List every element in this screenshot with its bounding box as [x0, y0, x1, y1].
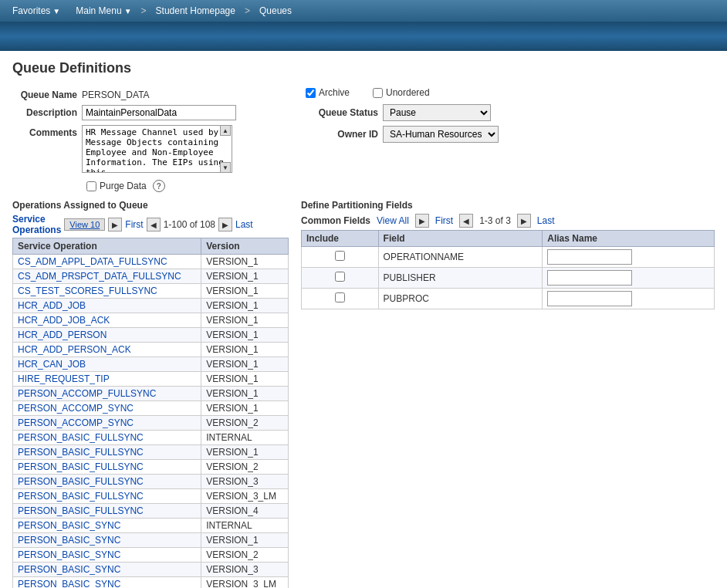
transfer-icon-btn[interactable]: ▶ — [108, 218, 122, 231]
alias-input[interactable] — [547, 291, 632, 306]
next-page-btn[interactable]: ▶ — [218, 218, 232, 231]
comments-textarea[interactable] — [82, 125, 232, 173]
cf-last-link[interactable]: Last — [537, 215, 555, 226]
alias-cell[interactable] — [543, 247, 715, 268]
cf-next-btn[interactable]: ▶ — [517, 214, 531, 228]
table-row: PERSON_ACCOMP_SYNC VERSION_2 — [13, 416, 289, 431]
service-op-cell[interactable]: PERSON_BASIC_SYNC — [13, 519, 201, 533]
cf-prev-btn[interactable]: ◀ — [459, 214, 473, 228]
owner-id-label: Owner ID — [306, 129, 383, 140]
service-op-cell[interactable]: PERSON_BASIC_FULLSYNC — [13, 489, 201, 504]
include-checkbox[interactable] — [335, 251, 345, 261]
cf-first-link[interactable]: First — [435, 215, 453, 226]
field-cell: PUBPROC — [378, 289, 543, 309]
service-op-cell[interactable]: HCR_CAN_JOB — [13, 357, 201, 372]
service-op-cell[interactable]: PERSON_BASIC_FULLSYNC — [13, 431, 201, 445]
description-label: Description — [12, 105, 82, 118]
nav-favorites[interactable]: Favorites ▼ — [6, 2, 66, 19]
prev-page-btn[interactable]: ◀ — [147, 218, 161, 231]
cf-title-row: Common Fields View All ▶ First ◀ 1-3 of … — [301, 214, 715, 228]
service-op-cell[interactable]: HCR_ADD_JOB_ACK — [13, 313, 201, 328]
service-op-cell[interactable]: PERSON_BASIC_SYNC — [13, 563, 201, 577]
version-cell: VERSION_2 — [201, 460, 289, 475]
col-alias: Alias Name — [543, 231, 715, 247]
service-op-cell[interactable]: CS_ADM_APPL_DATA_FULLSYNC — [13, 255, 201, 269]
last-link[interactable]: Last — [235, 219, 253, 230]
table-row: CS_TEST_SCORES_FULLSYNC VERSION_1 — [13, 284, 289, 299]
comments-row: Comments document.querySelector('[data-n… — [12, 125, 290, 175]
common-fields-table: Include Field Alias Name OPERATIONNAME P… — [301, 230, 715, 309]
table-row: PUBPROC — [302, 289, 715, 309]
include-checkbox[interactable] — [335, 272, 345, 282]
service-op-cell[interactable]: PERSON_ACCOMP_FULLSYNC — [13, 387, 201, 401]
version-cell: VERSION_3 — [201, 563, 289, 577]
include-cell[interactable] — [302, 247, 379, 268]
first-link[interactable]: First — [125, 219, 143, 230]
service-op-cell[interactable]: PERSON_BASIC_FULLSYNC — [13, 460, 201, 475]
archive-label[interactable]: Archive — [306, 87, 350, 98]
nav-main-menu[interactable]: Main Menu ▼ — [69, 2, 137, 19]
purge-data-label[interactable]: Purge Data — [86, 181, 147, 191]
service-op-cell[interactable]: HIRE_REQUEST_TIP — [13, 372, 201, 387]
form-left: Queue Name PERSON_DATA Description Comme… — [12, 87, 290, 192]
service-op-cell[interactable]: CS_ADM_PRSPCT_DATA_FULLSYNC — [13, 269, 201, 284]
queue-name-value: PERSON_DATA — [82, 87, 150, 100]
service-op-cell[interactable]: HCR_ADD_PERSON_ACK — [13, 343, 201, 357]
description-input[interactable] — [82, 105, 236, 120]
service-op-cell[interactable]: CS_TEST_SCORES_FULLSYNC — [13, 284, 201, 299]
partitioning-section-title: Define Partitioning Fields — [301, 200, 715, 211]
table-row: HCR_ADD_PERSON VERSION_1 — [13, 328, 289, 343]
service-op-cell[interactable]: PERSON_BASIC_SYNC — [13, 577, 201, 589]
table-row: HCR_ADD_PERSON_ACK VERSION_1 — [13, 343, 289, 357]
include-cell[interactable] — [302, 289, 379, 309]
owner-id-select[interactable]: SA-Human Resources — [383, 126, 499, 143]
scroll-up-btn[interactable]: ▲ — [220, 125, 231, 136]
table-row: PERSON_BASIC_FULLSYNC VERSION_2 — [13, 460, 289, 475]
service-op-cell[interactable]: PERSON_BASIC_FULLSYNC — [13, 475, 201, 489]
service-op-cell[interactable]: PERSON_ACCOMP_SYNC — [13, 401, 201, 416]
alias-cell[interactable] — [543, 268, 715, 289]
service-op-cell[interactable]: PERSON_BASIC_FULLSYNC — [13, 445, 201, 460]
alias-input[interactable] — [547, 249, 632, 265]
main-content: Queue Definitions Queue Name PERSON_DATA… — [0, 51, 727, 588]
help-icon[interactable]: ? — [153, 180, 165, 192]
include-cell[interactable] — [302, 268, 379, 289]
nav-queues[interactable]: Queues — [253, 2, 298, 19]
view-all-link[interactable]: View All — [377, 215, 409, 226]
table-row: PERSON_BASIC_FULLSYNC VERSION_3 — [13, 475, 289, 489]
version-cell: VERSION_1 — [201, 401, 289, 416]
version-cell: VERSION_2 — [201, 416, 289, 431]
version-cell: VERSION_1 — [201, 445, 289, 460]
comments-label: Comments — [12, 125, 82, 138]
purge-data-checkbox[interactable] — [86, 181, 96, 191]
cf-transfer-icon-btn[interactable]: ▶ — [415, 214, 429, 228]
service-op-cell[interactable]: PERSON_BASIC_SYNC — [13, 548, 201, 563]
service-op-cell[interactable]: PERSON_BASIC_FULLSYNC — [13, 504, 201, 519]
archive-unordered-row: Archive Unordered — [306, 87, 715, 98]
queue-status-select[interactable]: Pause Run Stop — [383, 104, 491, 121]
alias-cell[interactable] — [543, 289, 715, 309]
panel-right: Define Partitioning Fields Common Fields… — [301, 200, 715, 588]
table-row: PERSON_BASIC_FULLSYNC VERSION_3_LM — [13, 489, 289, 504]
col-include: Include — [302, 231, 379, 247]
service-op-cell[interactable]: HCR_ADD_JOB — [13, 299, 201, 313]
view-10-button[interactable]: View 10 — [64, 218, 105, 231]
version-cell: VERSION_1 — [201, 328, 289, 343]
version-cell: VERSION_1 — [201, 284, 289, 299]
queue-status-label: Queue Status — [306, 107, 383, 118]
scroll-down-btn[interactable]: ▼ — [220, 162, 231, 173]
favorites-dropdown-icon: ▼ — [52, 7, 60, 15]
service-op-cell[interactable]: PERSON_BASIC_SYNC — [13, 533, 201, 548]
archive-checkbox[interactable] — [306, 88, 316, 98]
operations-section-title: Operations Assigned to Queue — [12, 200, 289, 211]
service-op-cell[interactable]: PERSON_ACCOMP_SYNC — [13, 416, 201, 431]
table-row: OPERATIONNAME — [302, 247, 715, 268]
service-op-cell[interactable]: HCR_ADD_PERSON — [13, 328, 201, 343]
alias-input[interactable] — [547, 270, 632, 286]
unordered-label[interactable]: Unordered — [373, 87, 430, 98]
include-checkbox[interactable] — [335, 292, 345, 302]
nav-student-homepage[interactable]: Student Homepage — [150, 2, 242, 19]
operations-pagination: ServiceOperations View 10 ▶ First ◀ 1-10… — [12, 214, 289, 235]
unordered-checkbox[interactable] — [373, 88, 383, 98]
table-row: CS_ADM_PRSPCT_DATA_FULLSYNC VERSION_1 — [13, 269, 289, 284]
